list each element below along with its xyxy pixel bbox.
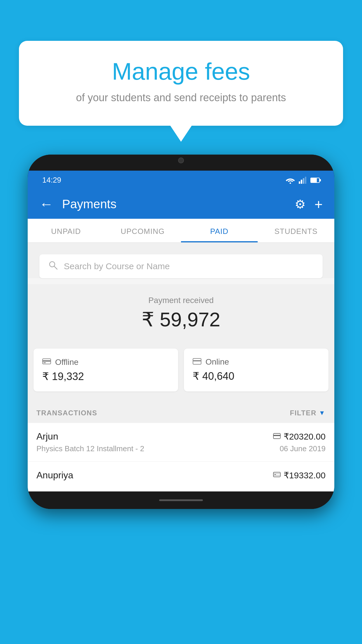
offline-amount: ₹ 19,332: [42, 370, 169, 383]
transaction-row[interactable]: Arjun ₹20320.00 Physics Batch 12 Install…: [28, 423, 334, 462]
svg-rect-13: [273, 435, 280, 436]
phone-device: 14:29: [28, 155, 334, 509]
svg-rect-11: [193, 360, 201, 361]
online-amount: ₹ 40,640: [193, 370, 320, 382]
signal-icon: [299, 177, 307, 184]
filter-button[interactable]: FILTER ▼: [290, 409, 326, 417]
transactions-header: TRANSACTIONS FILTER ▼: [28, 400, 334, 423]
svg-rect-9: [43, 362, 46, 363]
top-bezel: [28, 155, 334, 171]
cash-payment-icon-2: [273, 471, 281, 480]
status-icons: [285, 177, 320, 184]
app-header: ← Payments ⚙ +: [28, 190, 334, 219]
payment-received-label: Payment received: [34, 296, 328, 305]
speech-bubble: Manage fees of your students and send re…: [19, 41, 343, 126]
card-payment-icon-1: [273, 433, 281, 441]
phone-body: 14:29: [28, 155, 334, 509]
transactions-label: TRANSACTIONS: [36, 409, 97, 417]
transaction-amount-row-1: ₹20320.00: [273, 431, 326, 442]
tab-students[interactable]: STUDENTS: [258, 219, 334, 242]
svg-rect-3: [303, 178, 304, 184]
svg-rect-17: [274, 474, 276, 475]
online-icon: [193, 357, 201, 367]
transaction-name-2: Anupriya: [36, 470, 73, 481]
search-bar[interactable]: Search by Course or Name: [39, 254, 323, 278]
back-button[interactable]: ←: [39, 197, 53, 211]
online-label: Online: [205, 357, 229, 367]
online-card: Online ₹ 40,640: [184, 349, 328, 391]
svg-rect-4: [305, 177, 306, 184]
transaction-amount-1: ₹20320.00: [284, 431, 326, 442]
offline-label: Offline: [55, 358, 78, 367]
tab-upcoming[interactable]: UPCOMING: [104, 219, 181, 242]
offline-card: Offline ₹ 19,332: [34, 349, 178, 391]
add-button[interactable]: +: [314, 196, 323, 212]
transaction-amount-row-2: ₹19332.00: [273, 470, 326, 480]
camera: [178, 158, 184, 163]
bottom-bezel: [28, 491, 334, 509]
tabs-bar: UNPAID UPCOMING PAID STUDENTS: [28, 219, 334, 243]
search-icon: [48, 260, 58, 272]
bubble-title: Manage fees: [34, 58, 328, 85]
filter-icon: ▼: [319, 409, 326, 417]
transaction-amount-2: ₹19332.00: [284, 470, 326, 480]
app-screen: ← Payments ⚙ + UNPAID UPCOMING PAID STUD…: [28, 190, 334, 491]
tab-paid[interactable]: PAID: [181, 219, 258, 242]
battery-icon: [310, 178, 320, 183]
svg-rect-2: [301, 180, 302, 184]
tab-unpaid[interactable]: UNPAID: [28, 219, 104, 242]
payment-cards: Offline ₹ 19,332 Online ₹: [28, 349, 334, 400]
svg-rect-8: [43, 360, 51, 362]
search-placeholder: Search by Course or Name: [64, 261, 170, 271]
offline-icon: [42, 357, 51, 367]
notch: [164, 155, 198, 166]
transaction-name-1: Arjun: [36, 431, 58, 442]
speech-bubble-container: Manage fees of your students and send re…: [19, 41, 343, 126]
wifi-icon: [285, 177, 295, 184]
payment-total-amount: ₹ 59,972: [34, 308, 328, 331]
header-title: Payments: [62, 197, 286, 211]
transaction-desc-1: Physics Batch 12 Installment - 2: [36, 444, 144, 453]
svg-point-0: [290, 182, 291, 184]
bubble-subtitle: of your students and send receipts to pa…: [34, 90, 328, 105]
payment-summary: Payment received ₹ 59,972: [28, 284, 334, 349]
status-bar: 14:29: [28, 171, 334, 190]
transaction-date-1: 06 June 2019: [280, 444, 326, 453]
settings-button[interactable]: ⚙: [295, 197, 306, 211]
svg-rect-1: [299, 181, 300, 184]
transaction-row-2[interactable]: Anupriya ₹19332.00: [28, 462, 334, 491]
status-time: 14:29: [42, 176, 61, 185]
svg-line-6: [54, 266, 57, 269]
home-indicator: [159, 499, 203, 501]
